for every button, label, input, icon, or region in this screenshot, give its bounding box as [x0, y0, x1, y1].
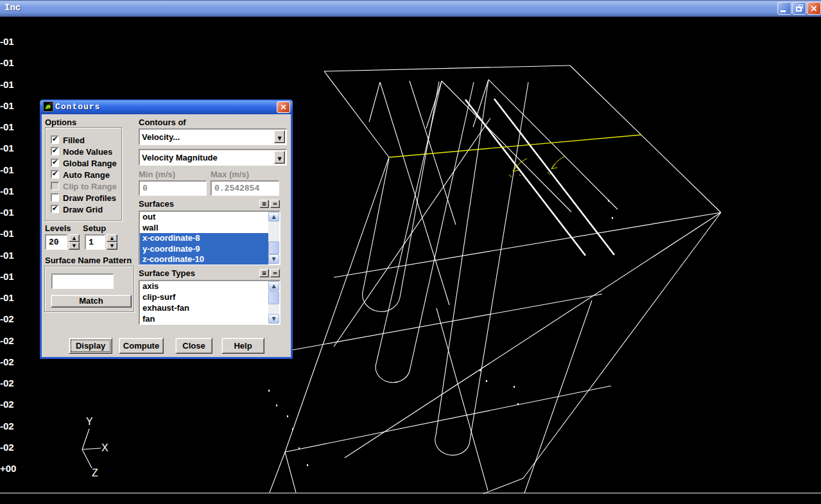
scale-label: -02 [0, 335, 14, 345]
scrollbar-thumb[interactable] [268, 291, 279, 304]
list-item[interactable]: fan [140, 314, 268, 325]
close-button[interactable]: Close [175, 338, 212, 354]
scroll-up-button[interactable]: ▲ [268, 212, 279, 222]
match-button[interactable]: Match [51, 295, 132, 308]
axis-label-y: Y [86, 416, 93, 428]
scroll-down-button[interactable]: ▼ [268, 254, 279, 264]
fluent-graphics-window: -01-01-01-01-01-01-01-01-01-01-01-01-01-… [0, 0, 821, 504]
checkbox[interactable]: ✔ [51, 205, 59, 213]
surfaces-match-button[interactable]: = [270, 200, 280, 208]
scale-label: -01 [0, 121, 14, 132]
surface-types-list[interactable]: axisclip-surfexhaust-fanfan▲▼ [139, 280, 281, 325]
levels-spinner[interactable]: ▲ ▼ [69, 234, 80, 250]
minimize-icon [781, 10, 786, 12]
options-label: Options [45, 117, 76, 127]
scale-label: -01 [0, 270, 14, 281]
chevron-up-icon: ▲ [107, 235, 117, 241]
window-titlebar[interactable]: Inc ✕ [0, 0, 821, 17]
spin-down-button[interactable]: ▼ [107, 242, 117, 250]
min-field[interactable]: 0 [139, 180, 207, 196]
min-label: Min (m/s) [139, 169, 175, 179]
setup-input[interactable]: 1 [85, 234, 105, 250]
options-frame: ✔Filled✔Node Values✔Global Range✔Auto Ra… [45, 127, 122, 221]
setup-spinner[interactable]: ▲ ▼ [107, 234, 117, 250]
checkbox[interactable]: ✔ [51, 135, 59, 144]
scale-label: -02 [0, 399, 14, 410]
scale-label: -01 [0, 249, 14, 260]
scale-label: -01 [0, 100, 14, 110]
surfaces-sort-button[interactable]: ≡ [259, 200, 269, 208]
scale-label: -02 [0, 378, 14, 388]
surfaces-list[interactable]: outwallx-coordinate-8y-coordinate-9z-coo… [139, 211, 281, 265]
check-icon: ✔ [52, 170, 58, 178]
surface-types-sort-button[interactable]: ≡ [259, 269, 269, 277]
dialog-titlebar[interactable]: Contours ✕ [40, 100, 293, 114]
list-item[interactable]: x-coordinate-8 [140, 233, 268, 244]
spin-up-button[interactable]: ▲ [107, 234, 117, 242]
restore-button[interactable] [792, 2, 806, 15]
scrollbar-thumb[interactable] [268, 241, 279, 254]
dialog-title: Contours [55, 102, 100, 112]
dropdown-arrow-button[interactable]: ▼ [274, 151, 285, 164]
contours-of-component-dropdown[interactable]: Velocity Magnitude ▼ [139, 149, 287, 166]
checkbox[interactable]: ✔ [51, 159, 59, 167]
restore-icon [796, 6, 802, 12]
scroll-up-button[interactable]: ▲ [268, 281, 279, 291]
dropdown-arrow-button[interactable]: ▼ [274, 130, 285, 143]
help-button[interactable]: Help [221, 338, 264, 354]
pattern-input[interactable] [51, 274, 114, 289]
scrollbar[interactable]: ▲▼ [268, 212, 279, 264]
levels-input[interactable]: 20 [45, 234, 67, 250]
list-item[interactable]: exhaust-fan [140, 303, 268, 314]
scale-label: -01 [0, 57, 14, 68]
scale-label: -01 [0, 78, 14, 89]
check-icon: ✔ [52, 159, 58, 166]
dialog-body: Options ✔Filled✔Node Values✔Global Range… [42, 114, 291, 357]
scale-label: -01 [0, 164, 14, 175]
check-icon: ✔ [52, 205, 58, 213]
checkbox-label: Draw Grid [63, 205, 103, 214]
checkbox-label: Draw Profiles [63, 193, 116, 203]
list-item[interactable]: clip-surf [140, 292, 268, 303]
scale-label: -02 [0, 420, 14, 431]
spin-up-button[interactable]: ▲ [69, 234, 80, 242]
check-icon: ✔ [52, 135, 58, 143]
pattern-frame: Match [44, 266, 134, 312]
compute-button[interactable]: Compute [119, 338, 164, 354]
chevron-down-icon: ▼ [69, 243, 79, 249]
close-icon: ✕ [808, 3, 820, 14]
checkbox[interactable]: ✔ [51, 147, 59, 155]
contours-of-label: Contours of [139, 117, 186, 127]
list-item[interactable]: y-coordinate-9 [140, 244, 268, 255]
surface-types-match-button[interactable]: = [270, 269, 280, 277]
minimize-button[interactable] [777, 2, 791, 15]
max-field[interactable]: 0.2542854 [211, 180, 279, 196]
display-button[interactable]: Display [69, 338, 112, 354]
surfaces-label: Surfaces [139, 199, 174, 209]
axis-label-z: Z [92, 467, 98, 479]
scroll-down-button[interactable]: ▼ [268, 314, 279, 324]
checkbox[interactable] [51, 193, 59, 202]
chevron-down-icon: ▼ [107, 243, 117, 249]
scale-label: -01 [0, 292, 14, 303]
chevron-down-icon: ▼ [277, 135, 281, 141]
list-item[interactable]: z-coordinate-10 [140, 254, 268, 265]
close-button[interactable]: ✕ [807, 2, 821, 15]
contours-of-dropdown[interactable]: Velocity... ▼ [139, 128, 287, 145]
scale-label: -01 [0, 36, 14, 47]
list-item[interactable]: wall [140, 223, 268, 234]
spin-down-button[interactable]: ▼ [69, 242, 80, 250]
checkbox[interactable]: ✔ [51, 170, 59, 178]
scale-label: -01 [0, 143, 14, 153]
setup-label: Setup [83, 223, 106, 233]
list-item[interactable]: axis [140, 281, 268, 292]
checkbox-label: Filled [63, 135, 85, 145]
scale-label: -01 [0, 185, 14, 196]
scale-label: -02 [0, 441, 14, 452]
scale-label: -01 [0, 228, 14, 239]
scrollbar[interactable]: ▲▼ [268, 281, 279, 324]
list-item[interactable]: out [140, 212, 268, 223]
dialog-close-button[interactable]: ✕ [277, 101, 290, 113]
checkbox[interactable] [51, 182, 59, 190]
checkbox-label: Global Range [63, 159, 117, 168]
